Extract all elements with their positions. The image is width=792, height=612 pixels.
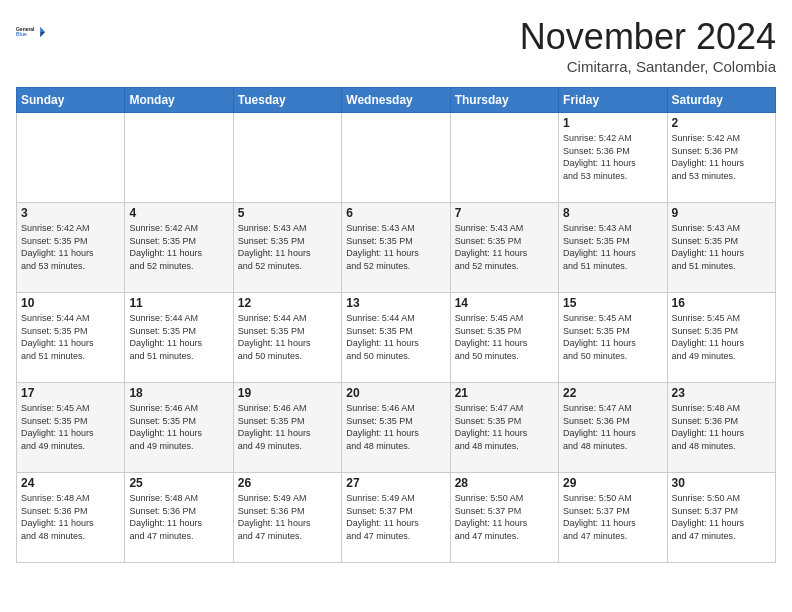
calendar-cell: 17Sunrise: 5:45 AM Sunset: 5:35 PM Dayli…	[17, 383, 125, 473]
day-info: Sunrise: 5:49 AM Sunset: 5:37 PM Dayligh…	[346, 492, 445, 542]
calendar-week-5: 24Sunrise: 5:48 AM Sunset: 5:36 PM Dayli…	[17, 473, 776, 563]
logo-icon: GeneralBlue	[16, 16, 48, 48]
day-info: Sunrise: 5:50 AM Sunset: 5:37 PM Dayligh…	[455, 492, 554, 542]
day-info: Sunrise: 5:45 AM Sunset: 5:35 PM Dayligh…	[563, 312, 662, 362]
calendar-cell	[125, 113, 233, 203]
calendar-cell: 22Sunrise: 5:47 AM Sunset: 5:36 PM Dayli…	[559, 383, 667, 473]
weekday-header-wednesday: Wednesday	[342, 88, 450, 113]
logo: GeneralBlue	[16, 16, 52, 48]
calendar-cell	[17, 113, 125, 203]
calendar-week-1: 1Sunrise: 5:42 AM Sunset: 5:36 PM Daylig…	[17, 113, 776, 203]
day-info: Sunrise: 5:43 AM Sunset: 5:35 PM Dayligh…	[238, 222, 337, 272]
day-info: Sunrise: 5:45 AM Sunset: 5:35 PM Dayligh…	[672, 312, 771, 362]
day-info: Sunrise: 5:42 AM Sunset: 5:35 PM Dayligh…	[21, 222, 120, 272]
day-info: Sunrise: 5:44 AM Sunset: 5:35 PM Dayligh…	[129, 312, 228, 362]
day-number: 19	[238, 386, 337, 400]
calendar-cell: 11Sunrise: 5:44 AM Sunset: 5:35 PM Dayli…	[125, 293, 233, 383]
svg-text:Blue: Blue	[16, 32, 27, 37]
day-number: 18	[129, 386, 228, 400]
calendar-cell: 24Sunrise: 5:48 AM Sunset: 5:36 PM Dayli…	[17, 473, 125, 563]
day-number: 10	[21, 296, 120, 310]
day-number: 1	[563, 116, 662, 130]
calendar-header: SundayMondayTuesdayWednesdayThursdayFrid…	[17, 88, 776, 113]
day-info: Sunrise: 5:46 AM Sunset: 5:35 PM Dayligh…	[238, 402, 337, 452]
day-number: 21	[455, 386, 554, 400]
day-number: 9	[672, 206, 771, 220]
calendar-cell: 14Sunrise: 5:45 AM Sunset: 5:35 PM Dayli…	[450, 293, 558, 383]
day-info: Sunrise: 5:47 AM Sunset: 5:36 PM Dayligh…	[563, 402, 662, 452]
day-info: Sunrise: 5:43 AM Sunset: 5:35 PM Dayligh…	[563, 222, 662, 272]
weekday-header-thursday: Thursday	[450, 88, 558, 113]
weekday-header-saturday: Saturday	[667, 88, 775, 113]
calendar-cell: 21Sunrise: 5:47 AM Sunset: 5:35 PM Dayli…	[450, 383, 558, 473]
calendar-cell: 8Sunrise: 5:43 AM Sunset: 5:35 PM Daylig…	[559, 203, 667, 293]
day-number: 26	[238, 476, 337, 490]
day-info: Sunrise: 5:50 AM Sunset: 5:37 PM Dayligh…	[563, 492, 662, 542]
day-number: 5	[238, 206, 337, 220]
calendar-cell: 9Sunrise: 5:43 AM Sunset: 5:35 PM Daylig…	[667, 203, 775, 293]
day-info: Sunrise: 5:42 AM Sunset: 5:36 PM Dayligh…	[672, 132, 771, 182]
day-number: 13	[346, 296, 445, 310]
svg-text:General: General	[16, 27, 35, 32]
day-info: Sunrise: 5:45 AM Sunset: 5:35 PM Dayligh…	[455, 312, 554, 362]
day-number: 23	[672, 386, 771, 400]
calendar-body: 1Sunrise: 5:42 AM Sunset: 5:36 PM Daylig…	[17, 113, 776, 563]
location: Cimitarra, Santander, Colombia	[520, 58, 776, 75]
calendar-cell: 12Sunrise: 5:44 AM Sunset: 5:35 PM Dayli…	[233, 293, 341, 383]
day-info: Sunrise: 5:49 AM Sunset: 5:36 PM Dayligh…	[238, 492, 337, 542]
calendar-cell: 13Sunrise: 5:44 AM Sunset: 5:35 PM Dayli…	[342, 293, 450, 383]
day-number: 25	[129, 476, 228, 490]
calendar-table: SundayMondayTuesdayWednesdayThursdayFrid…	[16, 87, 776, 563]
day-info: Sunrise: 5:48 AM Sunset: 5:36 PM Dayligh…	[129, 492, 228, 542]
day-number: 3	[21, 206, 120, 220]
day-info: Sunrise: 5:48 AM Sunset: 5:36 PM Dayligh…	[21, 492, 120, 542]
day-info: Sunrise: 5:43 AM Sunset: 5:35 PM Dayligh…	[455, 222, 554, 272]
calendar-week-2: 3Sunrise: 5:42 AM Sunset: 5:35 PM Daylig…	[17, 203, 776, 293]
page-header: GeneralBlue November 2024 Cimitarra, San…	[16, 16, 776, 75]
calendar-cell	[450, 113, 558, 203]
day-info: Sunrise: 5:43 AM Sunset: 5:35 PM Dayligh…	[346, 222, 445, 272]
calendar-cell: 5Sunrise: 5:43 AM Sunset: 5:35 PM Daylig…	[233, 203, 341, 293]
calendar-cell: 26Sunrise: 5:49 AM Sunset: 5:36 PM Dayli…	[233, 473, 341, 563]
calendar-cell: 6Sunrise: 5:43 AM Sunset: 5:35 PM Daylig…	[342, 203, 450, 293]
day-number: 8	[563, 206, 662, 220]
weekday-header-monday: Monday	[125, 88, 233, 113]
calendar-cell: 18Sunrise: 5:46 AM Sunset: 5:35 PM Dayli…	[125, 383, 233, 473]
weekday-header-sunday: Sunday	[17, 88, 125, 113]
day-info: Sunrise: 5:44 AM Sunset: 5:35 PM Dayligh…	[21, 312, 120, 362]
day-info: Sunrise: 5:50 AM Sunset: 5:37 PM Dayligh…	[672, 492, 771, 542]
month-title: November 2024	[520, 16, 776, 58]
calendar-cell	[233, 113, 341, 203]
day-number: 17	[21, 386, 120, 400]
day-number: 22	[563, 386, 662, 400]
day-info: Sunrise: 5:47 AM Sunset: 5:35 PM Dayligh…	[455, 402, 554, 452]
day-info: Sunrise: 5:46 AM Sunset: 5:35 PM Dayligh…	[346, 402, 445, 452]
calendar-cell: 10Sunrise: 5:44 AM Sunset: 5:35 PM Dayli…	[17, 293, 125, 383]
day-info: Sunrise: 5:43 AM Sunset: 5:35 PM Dayligh…	[672, 222, 771, 272]
calendar-cell: 25Sunrise: 5:48 AM Sunset: 5:36 PM Dayli…	[125, 473, 233, 563]
day-number: 15	[563, 296, 662, 310]
day-number: 2	[672, 116, 771, 130]
weekday-header-tuesday: Tuesday	[233, 88, 341, 113]
day-number: 7	[455, 206, 554, 220]
day-number: 29	[563, 476, 662, 490]
calendar-cell: 3Sunrise: 5:42 AM Sunset: 5:35 PM Daylig…	[17, 203, 125, 293]
day-info: Sunrise: 5:44 AM Sunset: 5:35 PM Dayligh…	[238, 312, 337, 362]
calendar-cell: 28Sunrise: 5:50 AM Sunset: 5:37 PM Dayli…	[450, 473, 558, 563]
day-number: 20	[346, 386, 445, 400]
svg-marker-3	[40, 32, 45, 37]
calendar-cell: 15Sunrise: 5:45 AM Sunset: 5:35 PM Dayli…	[559, 293, 667, 383]
calendar-week-4: 17Sunrise: 5:45 AM Sunset: 5:35 PM Dayli…	[17, 383, 776, 473]
calendar-cell: 23Sunrise: 5:48 AM Sunset: 5:36 PM Dayli…	[667, 383, 775, 473]
title-block: November 2024 Cimitarra, Santander, Colo…	[520, 16, 776, 75]
day-number: 4	[129, 206, 228, 220]
calendar-week-3: 10Sunrise: 5:44 AM Sunset: 5:35 PM Dayli…	[17, 293, 776, 383]
calendar-cell: 19Sunrise: 5:46 AM Sunset: 5:35 PM Dayli…	[233, 383, 341, 473]
day-info: Sunrise: 5:45 AM Sunset: 5:35 PM Dayligh…	[21, 402, 120, 452]
calendar-cell	[342, 113, 450, 203]
calendar-cell: 2Sunrise: 5:42 AM Sunset: 5:36 PM Daylig…	[667, 113, 775, 203]
calendar-cell: 1Sunrise: 5:42 AM Sunset: 5:36 PM Daylig…	[559, 113, 667, 203]
day-number: 30	[672, 476, 771, 490]
calendar-cell: 7Sunrise: 5:43 AM Sunset: 5:35 PM Daylig…	[450, 203, 558, 293]
day-number: 14	[455, 296, 554, 310]
